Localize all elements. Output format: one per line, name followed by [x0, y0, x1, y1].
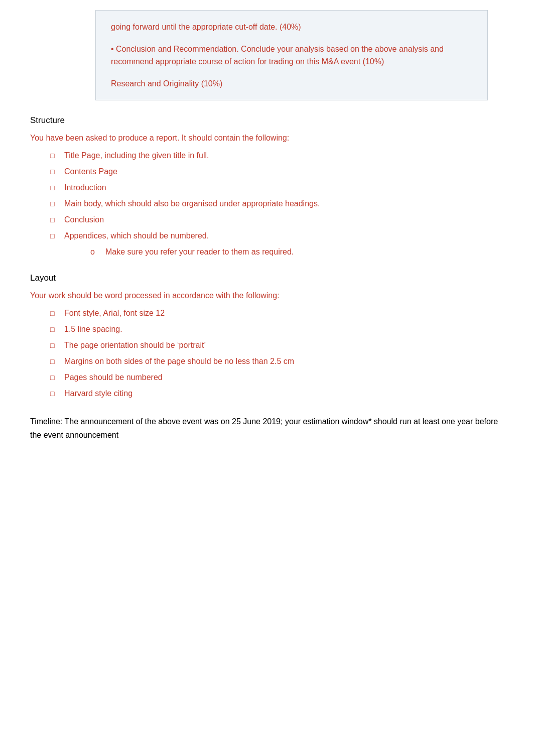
list-item-text: Font style, Arial, font size 12 [64, 307, 503, 319]
list-bullet-icon: □ [50, 230, 64, 241]
list-bullet-icon: □ [50, 388, 64, 399]
list-bullet-icon: □ [50, 182, 64, 193]
list-item-text: Pages should be numbered [64, 371, 503, 384]
list-bullet-icon: □ [50, 166, 64, 177]
list-item: □ Title Page, including the given title … [50, 150, 503, 162]
layout-list: □ Font style, Arial, font size 12 □ 1.5 … [50, 307, 503, 400]
layout-section: Layout Your work should be word processe… [30, 273, 503, 400]
list-item-pages-numbered: □ Pages should be numbered [50, 371, 503, 384]
list-item-text: The page orientation should be ‘portrait… [64, 339, 503, 351]
list-bullet-icon: □ [50, 150, 64, 161]
timeline-section: Timeline: The announcement of the above … [30, 415, 503, 442]
list-item-conclusion: □ Conclusion [50, 214, 503, 226]
list-bullet-icon: □ [50, 214, 64, 225]
structure-intro: You have been asked to produce a report.… [30, 132, 503, 145]
list-item-text: Appendices, which should be numbered. [64, 230, 503, 242]
list-item-introduction: □ Introduction [50, 182, 503, 194]
sub-bullet-icon: o [90, 246, 105, 258]
list-bullet-icon: □ [50, 371, 64, 383]
layout-heading: Layout [30, 273, 503, 283]
structure-list: □ Title Page, including the given title … [50, 150, 503, 258]
highlighted-content-box: going forward until the appropriate cut-… [95, 10, 488, 100]
list-bullet-icon: □ [50, 355, 64, 367]
list-item-text: Harvard style citing [64, 388, 503, 400]
layout-intro: Your work should be word processed in ac… [30, 289, 503, 302]
list-item-text: Conclusion [64, 214, 503, 226]
list-item-text: Title Page, including the given title in… [64, 150, 503, 162]
sub-list-item: o Make sure you refer your reader to the… [90, 246, 503, 258]
list-bullet-icon: □ [50, 339, 64, 351]
list-item: □ 1.5 line spacing. [50, 323, 503, 335]
list-item-text: Margins on both sides of the page should… [64, 355, 503, 367]
structure-heading: Structure [30, 115, 503, 125]
list-item-text: Contents Page [64, 166, 503, 178]
sub-list: o Make sure you refer your reader to the… [90, 246, 503, 258]
cutoff-text: going forward until the appropriate cut-… [111, 21, 472, 34]
list-bullet-icon: □ [50, 198, 64, 209]
list-item: □ Main body, which should also be organi… [50, 198, 503, 210]
conclusion-bullet-text: • Conclusion and Recommendation. Conclud… [111, 43, 472, 68]
list-item-text: 1.5 line spacing. [64, 323, 503, 335]
list-bullet-icon: □ [50, 323, 64, 335]
list-item: □ Appendices, which should be numbered. [50, 230, 503, 242]
structure-section: Structure You have been asked to produce… [30, 115, 503, 258]
list-item-text: Main body, which should also be organise… [64, 198, 503, 210]
timeline-text: Timeline: The announcement of the above … [30, 415, 503, 442]
list-item: □ The page orientation should be ‘portra… [50, 339, 503, 351]
list-item-text: Introduction [64, 182, 503, 194]
list-bullet-icon: □ [50, 307, 64, 319]
list-item: □ Margins on both sides of the page shou… [50, 355, 503, 367]
list-item: □ Font style, Arial, font size 12 [50, 307, 503, 319]
research-text: Research and Originality (10%) [111, 77, 472, 90]
list-item: □ Harvard style citing [50, 388, 503, 400]
list-item: □ Contents Page [50, 166, 503, 178]
sub-list-item-text: Make sure you refer your reader to them … [105, 246, 503, 258]
